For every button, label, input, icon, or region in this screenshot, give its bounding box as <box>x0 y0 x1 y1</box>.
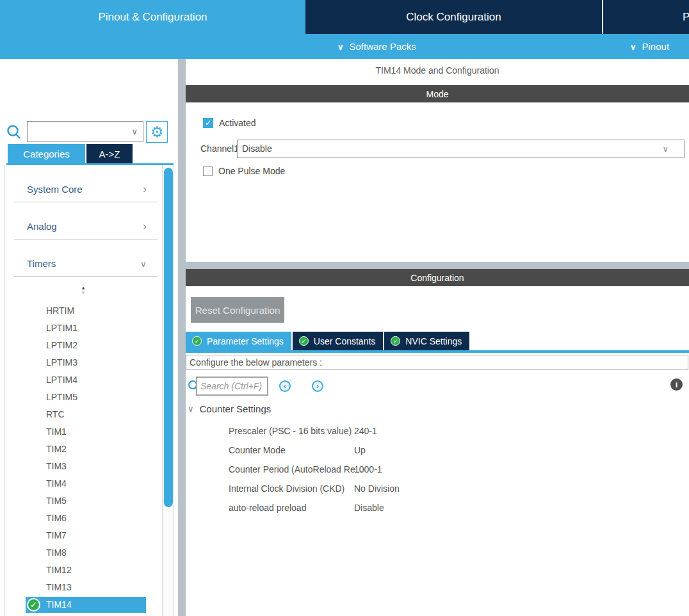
timer-label: TIM7 <box>46 530 67 540</box>
parameter-label: Counter Mode <box>229 441 286 460</box>
enabled-check-icon <box>27 598 40 612</box>
sidebar-tab-a-to-z[interactable]: A->Z <box>86 144 133 163</box>
timer-list-item[interactable]: LPTIM5 <box>4 389 162 406</box>
chevron-down-icon <box>337 41 344 52</box>
parameter-value[interactable]: Disable <box>354 498 384 517</box>
sidebar-tab-categories[interactable]: Categories <box>8 144 85 163</box>
timer-list-item[interactable]: RTC <box>4 406 162 423</box>
parameter-row[interactable]: Counter Mode Up <box>186 441 689 460</box>
timer-list-item[interactable]: TIM14 <box>4 596 162 613</box>
gear-icon <box>150 125 164 140</box>
sub-nav: Software Packs Pinout <box>0 34 689 59</box>
sidebar-search-combobox[interactable] <box>27 121 143 142</box>
parameter-value[interactable]: 240-1 <box>354 421 377 441</box>
timer-list-item[interactable]: LPTIM1 <box>4 320 162 337</box>
peripherals-sidebar: Categories A->Z System Core Analog Timer… <box>0 59 178 616</box>
top-nav: Pinout & Configuration Clock Configurati… <box>0 0 689 34</box>
timer-list-item[interactable]: TIM2 <box>4 441 162 458</box>
counter-settings-group[interactable]: Counter Settings <box>188 403 271 414</box>
timer-label: LPTIM2 <box>46 340 77 350</box>
search-next-button[interactable] <box>312 380 323 392</box>
app-window: Pinout & Configuration Clock Configurati… <box>0 0 689 616</box>
sidebar-scrollbar-thumb[interactable] <box>164 168 173 507</box>
category-item[interactable]: System Core <box>4 165 162 202</box>
configuration-section-header: Configuration <box>186 269 689 286</box>
search-icon <box>6 123 22 141</box>
timer-label: TIM13 <box>46 582 72 592</box>
configuration-tab[interactable]: User Constants <box>293 332 383 350</box>
parameter-value[interactable]: No Division <box>354 479 400 498</box>
timer-list-item[interactable]: TIM15 <box>4 613 162 616</box>
timer-list-item[interactable]: TIM5 <box>4 492 162 510</box>
sort-down-icon <box>76 290 91 295</box>
one-pulse-checkbox[interactable] <box>203 166 213 176</box>
timer-list-item[interactable]: TIM1 <box>4 423 162 441</box>
pinout-dropdown[interactable]: Pinout <box>630 34 669 59</box>
timer-list-item[interactable]: TIM7 <box>4 527 162 544</box>
timer-list-item[interactable]: LPTIM3 <box>4 354 162 371</box>
parameter-label: Prescaler (PSC - 16 bits value) <box>229 421 352 441</box>
timer-label: TIM1 <box>46 426 67 437</box>
timer-label: TIM8 <box>46 547 67 558</box>
timer-list-item[interactable]: TIM4 <box>4 475 162 492</box>
parameter-label: Counter Period (AutoReload Re... <box>229 460 362 479</box>
mode-configuration-panel: TIM14 Mode and Configuration Mode Activa… <box>186 59 689 616</box>
horizontal-splitter[interactable] <box>186 262 689 269</box>
timer-label: LPTIM1 <box>46 323 77 333</box>
timer-list-item[interactable]: TIM12 <box>4 562 162 579</box>
timer-label: TIM5 <box>46 496 67 506</box>
group-label: Counter Settings <box>200 403 272 414</box>
parameter-value[interactable]: Up <box>354 441 366 460</box>
configuration-tabs: Parameter Settings User Constants NVIC S… <box>186 332 471 350</box>
timer-list-item[interactable]: HRTIM <box>4 302 162 320</box>
timer-label: TIM14 <box>46 599 72 610</box>
parameters-hint: Configure the below parameters : <box>186 355 688 370</box>
tab-divider <box>602 0 603 34</box>
pinout-label: Pinout <box>642 41 670 52</box>
parameter-value[interactable]: 1000-1 <box>354 460 382 479</box>
configuration-tab-label: NVIC Settings <box>405 336 462 346</box>
timer-list-item[interactable]: TIM3 <box>4 458 162 475</box>
tab-project-manager-partial[interactable]: P <box>603 0 689 34</box>
category-label: Timers <box>27 258 56 269</box>
channel1-row: Channel1 Disable <box>200 140 685 158</box>
channel1-select[interactable]: Disable <box>237 140 685 158</box>
timer-list-item[interactable]: LPTIM2 <box>4 337 162 354</box>
software-packs-dropdown[interactable]: Software Packs <box>337 34 416 59</box>
tab-partial-label: P <box>683 11 689 24</box>
category-list: System Core Analog Timers <box>4 165 162 277</box>
configuration-tab[interactable]: Parameter Settings <box>186 332 291 350</box>
category-label: Analog <box>27 221 57 232</box>
vertical-splitter[interactable] <box>178 59 186 616</box>
parameter-row[interactable]: Internal Clock Division (CKD) No Divisio… <box>186 479 689 498</box>
search-previous-button[interactable] <box>279 380 291 392</box>
timer-list-item[interactable]: TIM8 <box>4 544 162 562</box>
selection-highlight <box>26 597 146 613</box>
sidebar-settings-button[interactable] <box>146 121 168 143</box>
channel1-label: Channel1 <box>200 140 239 158</box>
list-sort-toggle[interactable] <box>76 285 91 295</box>
timer-label: LPTIM3 <box>46 357 77 368</box>
timer-list: HRTIM LPTIM1 LPTIM2 LPTIM3 <box>4 302 162 616</box>
parameter-label: auto-reload preload <box>229 498 306 517</box>
timer-list-item[interactable]: TIM6 <box>4 510 162 527</box>
parameter-label: Internal Clock Division (CKD) <box>229 479 344 498</box>
timer-list-item[interactable]: TIM13 <box>4 579 162 596</box>
tab-pinout-configuration[interactable]: Pinout & Configuration <box>0 0 305 34</box>
parameter-row[interactable]: auto-reload preload Disable <box>186 498 689 517</box>
info-icon[interactable] <box>670 378 683 391</box>
parameter-row[interactable]: Prescaler (PSC - 16 bits value) 240-1 <box>186 421 689 441</box>
category-chevron-icon <box>140 257 147 270</box>
parameter-row[interactable]: Counter Period (AutoReload Re... 1000-1 <box>186 460 689 479</box>
parameter-search-input[interactable] <box>196 377 268 396</box>
activated-row: Activated <box>203 118 256 128</box>
category-item[interactable]: Analog <box>4 202 162 239</box>
category-item[interactable]: Timers <box>4 239 162 277</box>
configuration-tab[interactable]: NVIC Settings <box>384 332 469 350</box>
timer-list-item[interactable]: LPTIM4 <box>4 371 162 389</box>
timer-label: HRTIM <box>46 305 74 316</box>
timer-label: TIM2 <box>46 444 67 454</box>
reset-configuration-button[interactable]: Reset Configuration <box>191 297 284 323</box>
tab-clock-configuration[interactable]: Clock Configuration <box>305 0 602 34</box>
activated-checkbox[interactable] <box>203 118 213 128</box>
